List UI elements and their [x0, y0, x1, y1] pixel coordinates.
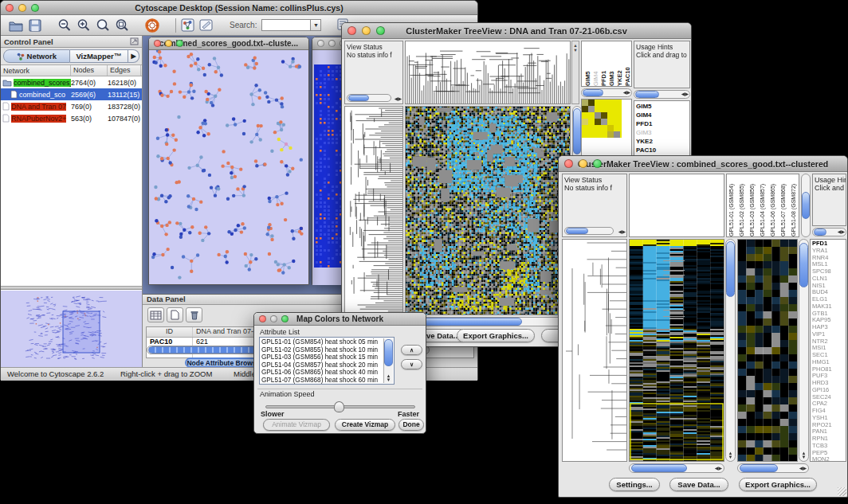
vizmapper-icon[interactable] — [181, 18, 194, 32]
search-input[interactable] — [261, 19, 311, 31]
export-graphics-button[interactable]: Export Graphics... — [457, 329, 535, 342]
scroll-arrows[interactable]: ▲▼ — [726, 451, 735, 459]
scroll-arrows[interactable]: ◀▶ — [618, 230, 626, 234]
column-labels-vscrollbar[interactable] — [801, 174, 811, 237]
save-data-button[interactable]: Save Data... — [669, 478, 728, 491]
zoom-fit-icon[interactable] — [115, 18, 129, 33]
tab-vizmapper[interactable]: VizMapper™ — [70, 49, 129, 63]
treeview-combined-titlebar[interactable]: ClusterMaker TreeView : combined_scores_… — [559, 156, 847, 172]
view-status-scrollbar[interactable] — [564, 227, 614, 235]
heatmap-hscrollbar[interactable]: ◀▶ — [405, 317, 571, 326]
attribute-list-item[interactable]: GPL51-01 (GSM854) heat shock 05 min — [260, 338, 394, 346]
panel-splitter[interactable] — [1, 286, 142, 290]
row-dendrogram[interactable] — [344, 106, 403, 315]
network-window-titlebar[interactable]: combined_scores_good.txt--cluste... — [149, 37, 308, 50]
open-session-icon[interactable] — [9, 19, 24, 32]
close-button[interactable] — [564, 159, 573, 168]
settings-button[interactable]: Settings... — [609, 478, 660, 491]
close-button[interactable] — [259, 315, 266, 322]
network-view-window[interactable]: combined_scores_good.txt--cluste... — [148, 37, 309, 285]
scroll-arrows[interactable]: ◀▶ — [395, 97, 402, 101]
heatmap-view[interactable] — [629, 239, 724, 462]
zoom-button[interactable] — [176, 40, 183, 47]
tab-overflow-arrow[interactable]: ▶ — [128, 49, 139, 63]
scroll-arrows[interactable]: ▲▼ — [799, 451, 808, 459]
close-button[interactable] — [347, 26, 356, 35]
node-attribute-browser-button[interactable]: Node Attribute Brows — [185, 357, 258, 367]
scroll-arrows[interactable]: ◀▶ — [681, 92, 689, 96]
network-view-canvas[interactable] — [149, 50, 308, 284]
view-status-scrollbar[interactable] — [347, 94, 391, 102]
row-dendrogram[interactable] — [562, 239, 627, 462]
heatmap-hscrollbar[interactable]: ◀▶ — [629, 463, 724, 473]
cluster-gene-label[interactable]: GIM5 — [636, 102, 688, 111]
create-vizmap-button[interactable]: Create Vizmap — [335, 419, 395, 431]
zoom-button[interactable] — [281, 315, 289, 322]
gene-label[interactable]: MON2 — [812, 456, 844, 462]
attribute-list-item[interactable]: GPL51-02 (GSM855) heat shock 10 min — [260, 346, 394, 354]
attribute-list-item[interactable]: GPL51-07 (GSM868) heat shock 60 min — [260, 377, 394, 385]
cluster-hscrollbar[interactable]: ◀▶ — [581, 88, 632, 97]
scroll-arrows[interactable]: ◀▶ — [715, 467, 722, 471]
float-panel-icon[interactable] — [130, 37, 139, 45]
zoom-button[interactable] — [376, 26, 385, 35]
minimize-button[interactable] — [270, 315, 277, 322]
animation-speed-slider-thumb[interactable] — [334, 401, 344, 412]
network-overview-panel[interactable] — [1, 291, 142, 367]
network-row[interactable]: DNA and Tran 07 769(0) 183728(0) — [1, 100, 142, 112]
column-dendrogram[interactable] — [629, 174, 724, 237]
attribute-select-button[interactable] — [147, 307, 164, 322]
network-row[interactable]: combined_scores_ 2764(0) 16218(0) — [1, 76, 142, 88]
cluster-gene-label[interactable]: PFD1 — [636, 119, 688, 128]
scroll-arrows[interactable]: ◀▶ — [838, 230, 845, 234]
zoom-heatmap-view[interactable] — [737, 239, 798, 462]
scroll-arrows[interactable]: ◀▶ — [799, 467, 807, 471]
usage-hints-scrollbar[interactable]: ◀▶ — [634, 90, 690, 99]
network-row-selected[interactable]: combined_sco 2569(6) 13112(15) — [1, 88, 142, 100]
done-button[interactable]: Done — [398, 419, 424, 431]
delete-attribute-button[interactable] — [186, 307, 202, 322]
dendrogram-scroll-arrows[interactable]: ▲▼ — [571, 41, 579, 104]
heatmap-view[interactable] — [405, 106, 571, 315]
heatmap-vscrollbar[interactable]: ▲▼ — [725, 239, 736, 462]
cluster-gene-label[interactable]: PAC10 — [636, 146, 688, 154]
zoom-button[interactable] — [31, 4, 39, 12]
tab-network[interactable]: Network — [3, 49, 70, 63]
search-dropdown-arrow[interactable]: ▼ — [311, 19, 321, 31]
zoom-selected-icon[interactable] — [96, 18, 110, 33]
help-lifesaver-icon[interactable] — [145, 18, 159, 33]
zoom-out-icon[interactable] — [57, 18, 72, 33]
minimize-button[interactable] — [165, 40, 172, 47]
zoom-vscrollbar[interactable]: ▲▼ — [799, 239, 809, 462]
save-session-icon[interactable] — [29, 19, 41, 32]
new-attribute-button[interactable] — [167, 307, 183, 322]
minimize-button[interactable] — [328, 40, 336, 47]
zoom-in-icon[interactable] — [77, 18, 91, 33]
usage-hints-scrollbar[interactable]: ◀▶ — [812, 228, 846, 236]
scroll-arrows[interactable]: ▲▼ — [384, 374, 393, 382]
close-button[interactable] — [317, 40, 324, 47]
attribute-list-item[interactable]: GPL51-04 (GSM857) heat shock 20 min — [260, 361, 394, 369]
dialog-titlebar[interactable]: Map Colors to Network — [254, 313, 426, 326]
attribute-list-item[interactable]: GPL51-06 (GSM865) heat shock 40 min — [260, 369, 394, 377]
cluster-gene-label[interactable]: GIM4 — [636, 111, 688, 119]
treeview-dna-titlebar[interactable]: ClusterMaker TreeView : DNA and Tran 07-… — [342, 23, 691, 39]
attribute-list[interactable]: GPL51-01 (GSM854) heat shock 05 minGPL51… — [259, 337, 395, 385]
cluster-gene-label[interactable]: YKE2 — [636, 137, 688, 146]
export-graphics-button[interactable]: Export Graphics... — [739, 478, 817, 491]
animate-vizmap-button[interactable]: Animate Vizmap — [263, 419, 330, 431]
move-up-button[interactable]: ∧ — [401, 345, 422, 355]
attribute-list-scrollbar[interactable]: ▲▼ — [383, 338, 393, 383]
zoom-hscrollbar[interactable]: ◀▶ — [737, 463, 809, 473]
network-row[interactable]: RNAPuberNov2+ 563(0) 107847(0) — [1, 112, 142, 124]
scroll-arrows[interactable]: ◀▶ — [623, 91, 630, 95]
main-titlebar[interactable]: Cytoscape Desktop (Session Name: collins… — [1, 1, 477, 15]
attribute-list-item[interactable]: GPL51-03 (GSM856) heat shock 15 min — [260, 354, 394, 361]
move-down-button[interactable]: ∨ — [401, 359, 422, 369]
close-button[interactable] — [6, 4, 14, 12]
resize-grip[interactable] — [838, 487, 846, 496]
minimize-button[interactable] — [362, 26, 371, 35]
annotation-icon[interactable] — [199, 18, 214, 32]
minimize-button[interactable] — [579, 159, 587, 168]
column-dendrogram[interactable] — [405, 41, 571, 104]
